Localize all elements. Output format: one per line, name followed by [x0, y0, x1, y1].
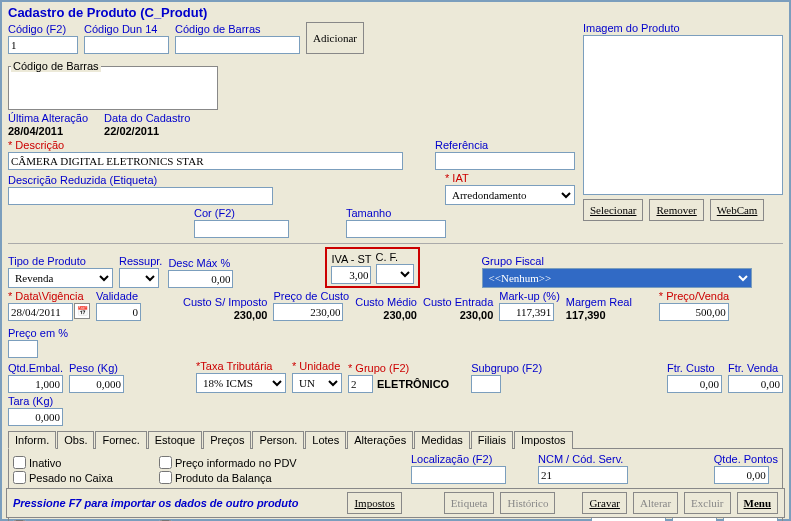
- tab-estoque[interactable]: Estoque: [148, 431, 202, 449]
- precovenda-input[interactable]: [659, 303, 729, 321]
- tab-filiais[interactable]: Filiais: [471, 431, 513, 449]
- ftrvenda-label: Ftr. Venda: [728, 362, 783, 374]
- margemreal-label: Margem Real: [566, 296, 632, 308]
- menu-button[interactable]: Menu: [737, 492, 779, 514]
- tab-lotes[interactable]: Lotes: [305, 431, 346, 449]
- tamanho-input[interactable]: [346, 220, 446, 238]
- custosi-label: Custo S/ Imposto: [183, 296, 267, 308]
- validade-label: Validade: [96, 290, 141, 302]
- tamanho-label: Tamanho: [346, 207, 446, 219]
- markup-label: Mark-up (%): [499, 290, 560, 302]
- imagem-box: [583, 35, 783, 195]
- grupo-display: ELETRÔNICO: [377, 378, 449, 390]
- margemreal-value: 117,390: [566, 309, 632, 321]
- tab-alteracoes[interactable]: Alterações: [347, 431, 413, 449]
- grupo-input[interactable]: [348, 375, 373, 393]
- tipoprod-label: Tipo de Produto: [8, 255, 113, 267]
- datavig-input[interactable]: [8, 303, 73, 321]
- historico-button: Histórico: [500, 492, 555, 514]
- unidade-label: * Unidade: [292, 360, 342, 372]
- tab-fornec[interactable]: Fornec.: [95, 431, 146, 449]
- codigobarras-input[interactable]: [175, 36, 300, 54]
- precoem-input[interactable]: [8, 340, 38, 358]
- window-title: Cadastro de Produto (C_Produt): [8, 5, 783, 20]
- codigodun-input[interactable]: [84, 36, 169, 54]
- ivast-highlight: IVA - ST C. F.: [325, 247, 419, 288]
- custmedio-label: Custo Médio: [355, 296, 417, 308]
- excluir-button: Excluir: [684, 492, 730, 514]
- remover-button[interactable]: Remover: [649, 199, 703, 221]
- grupofiscal-label: Grupo Fiscal: [482, 255, 783, 267]
- etiqueta-button: Etiqueta: [444, 492, 495, 514]
- ultalt-value: 28/04/2011: [8, 125, 88, 137]
- ncm-label: NCM / Cód. Serv.: [538, 453, 628, 465]
- markup-input[interactable]: [499, 303, 554, 321]
- ivast-input[interactable]: [331, 266, 371, 284]
- ftrcusto-label: Ftr. Custo: [667, 362, 722, 374]
- localizacao-input[interactable]: [411, 466, 506, 484]
- datacad-value: 22/02/2011: [104, 125, 190, 137]
- peso-input[interactable]: [69, 375, 124, 393]
- datacad-label: Data do Cadastro: [104, 112, 190, 124]
- descricao-label: * Descrição: [8, 139, 429, 151]
- alterar-button: Alterar: [633, 492, 678, 514]
- cor-input[interactable]: [194, 220, 289, 238]
- tab-obs[interactable]: Obs.: [57, 431, 94, 449]
- taxatrib-select[interactable]: 18% ICMS: [196, 373, 286, 393]
- calendar-icon[interactable]: 📅: [74, 303, 90, 319]
- qtdembal-input[interactable]: [8, 375, 63, 393]
- precocusto-label: Preço de Custo: [273, 290, 349, 302]
- qtdepontos-label: Qtde. Pontos: [714, 453, 778, 465]
- gravar-button[interactable]: Gravar: [582, 492, 627, 514]
- adicionar-button[interactable]: Adicionar: [306, 22, 364, 54]
- taxatrib-label: *Taxa Tributária: [196, 360, 286, 372]
- chk-precopdv[interactable]: [159, 456, 172, 469]
- chk-prodbalanca[interactable]: [159, 471, 172, 484]
- grupofiscal-select[interactable]: <<Nenhum>>: [482, 268, 752, 288]
- localizacao-label: Localização (F2): [411, 453, 506, 465]
- cf-select[interactable]: [376, 264, 414, 284]
- ivast-label: IVA - ST: [331, 253, 371, 265]
- descmax-label: Desc Máx %: [168, 257, 233, 269]
- custentrada-value: 230,00: [423, 309, 493, 321]
- ressupr-label: Ressupr.: [119, 255, 162, 267]
- tab-inform[interactable]: Inform.: [8, 431, 56, 449]
- codigo-label: Código (F2): [8, 23, 78, 35]
- qtdepontos-input[interactable]: [714, 466, 769, 484]
- tara-label: Tara (Kg): [8, 395, 63, 407]
- custentrada-label: Custo Entrada: [423, 296, 493, 308]
- ftrvenda-input[interactable]: [728, 375, 783, 393]
- precocusto-input[interactable]: [273, 303, 343, 321]
- chk-pesadocaixa[interactable]: [13, 471, 26, 484]
- referencia-input[interactable]: [435, 152, 575, 170]
- unidade-select[interactable]: UN: [292, 373, 342, 393]
- webcam-button[interactable]: WebCam: [710, 199, 765, 221]
- precovenda-label: * Preço/Venda: [659, 290, 729, 302]
- referencia-label: Referência: [435, 139, 575, 151]
- cor-label: Cor (F2): [194, 207, 289, 219]
- selecionar-button[interactable]: Selecionar: [583, 199, 643, 221]
- descred-input[interactable]: [8, 187, 273, 205]
- tab-medidas[interactable]: Medidas: [414, 431, 470, 449]
- descricao-input[interactable]: [8, 152, 403, 170]
- tipoprod-select[interactable]: Revenda: [8, 268, 113, 288]
- subgrupo-label: Subgrupo (F2): [471, 362, 542, 374]
- tab-precos[interactable]: Preços: [203, 431, 251, 449]
- tab-impostos[interactable]: Impostos: [514, 431, 573, 449]
- ftrcusto-input[interactable]: [667, 375, 722, 393]
- descmax-input[interactable]: [168, 270, 233, 288]
- validade-input[interactable]: [96, 303, 141, 321]
- tab-person[interactable]: Person.: [252, 431, 304, 449]
- codigo-input[interactable]: [8, 36, 78, 54]
- subgrupo-input[interactable]: [471, 375, 501, 393]
- chk-inativo[interactable]: [13, 456, 26, 469]
- status-msg: Pressione F7 para importar os dados de o…: [13, 497, 341, 509]
- datavig-label: * Data\Vigência: [8, 290, 90, 302]
- iat-select[interactable]: Arredondamento: [445, 185, 575, 205]
- ncm-input[interactable]: [538, 466, 628, 484]
- impostos-button[interactable]: Impostos: [347, 492, 401, 514]
- precoem-label: Preço em %: [8, 327, 68, 339]
- tara-input[interactable]: [8, 408, 63, 426]
- peso-label: Peso (Kg): [69, 362, 124, 374]
- ressupr-select[interactable]: [119, 268, 159, 288]
